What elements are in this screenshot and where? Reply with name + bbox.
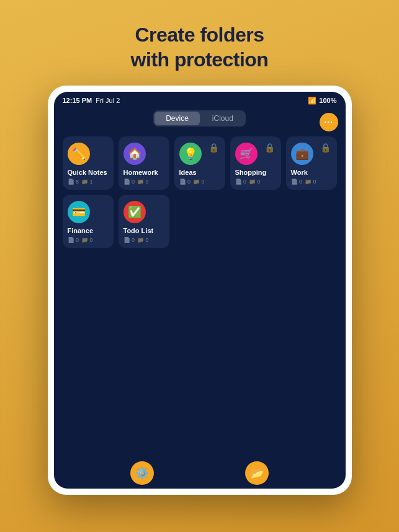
folder-icon: 📂 xyxy=(250,466,264,480)
folder-icon: 🏠 xyxy=(123,143,146,165)
note-stat: 📄 0 xyxy=(291,179,303,185)
folder-card-quick-notes[interactable]: ✏️Quick Notes📄 8📁 1 xyxy=(63,136,114,190)
segment-icloud[interactable]: iCloud xyxy=(201,112,244,125)
settings-icon: ⚙️ xyxy=(135,466,149,480)
segment-control: Device iCloud xyxy=(54,110,346,126)
folder-stats: 📄 0📁 0 xyxy=(179,179,205,185)
folder-name: Todo List xyxy=(123,227,164,234)
ipad-screen: 12:15 PM Fri Jul 2 📶 100% Device iCloud … xyxy=(54,92,346,489)
folder-stat: 📁 0 xyxy=(137,237,149,243)
folder-grid: ✏️Quick Notes📄 8📁 1🏠Homework📄 0📁 0💡Ideas… xyxy=(54,130,346,254)
folder-stats: 📄 0📁 0 xyxy=(235,179,261,185)
folder-stats: 📄 0📁 0 xyxy=(123,179,149,185)
folder-card-ideas[interactable]: 💡Ideas📄 0📁 0🔒 xyxy=(174,136,225,190)
bottom-toolbar: ⚙️ 📂 xyxy=(54,461,346,485)
folder-card-todo-list[interactable]: ✅Todo List📄 0📁 0 xyxy=(119,195,169,248)
add-folder-button[interactable]: 📂 xyxy=(245,461,269,485)
folder-name: Shopping xyxy=(235,169,276,176)
folder-icon: ✏️ xyxy=(68,143,90,165)
folder-stats: 📄 0📁 0 xyxy=(68,237,93,243)
folder-icon: 🛒 xyxy=(235,143,258,165)
headline-line1: Create folders xyxy=(135,24,264,46)
note-stat: 📄 8 xyxy=(68,179,79,185)
lock-icon: 🔒 xyxy=(264,143,275,153)
folder-icon: 💼 xyxy=(291,143,313,165)
folder-stat: 📁 0 xyxy=(81,237,93,243)
note-stat: 📄 0 xyxy=(68,237,79,243)
folder-stats: 📄 0📁 0 xyxy=(291,179,316,185)
note-stat: 📄 0 xyxy=(123,179,135,185)
folder-stat: 📁 0 xyxy=(137,179,149,185)
folder-stat: 📁 0 xyxy=(193,179,205,185)
status-date: Fri Jul 2 xyxy=(96,97,120,104)
battery-level: 100% xyxy=(319,97,336,104)
folder-stats: 📄 0📁 0 xyxy=(123,237,149,243)
folder-stat: 📁 0 xyxy=(305,179,316,185)
folder-card-finance[interactable]: 💳Finance📄 0📁 0 xyxy=(63,195,114,248)
more-button[interactable]: ··· xyxy=(320,113,338,131)
lock-icon: 🔒 xyxy=(320,143,331,153)
folder-name: Finance xyxy=(68,227,109,234)
note-stat: 📄 0 xyxy=(235,179,247,185)
folder-name: Work xyxy=(291,169,332,176)
note-stat: 📄 0 xyxy=(123,237,135,243)
status-bar: 12:15 PM Fri Jul 2 📶 100% xyxy=(54,92,346,108)
folder-name: Quick Notes xyxy=(68,169,109,176)
folder-icon: 💡 xyxy=(179,143,202,165)
folder-icon: 💳 xyxy=(68,201,90,223)
folder-stat: 📁 1 xyxy=(81,179,93,185)
headline-line2: with protection xyxy=(131,48,269,71)
lock-icon: 🔒 xyxy=(208,143,219,153)
folder-stat: 📁 0 xyxy=(249,179,261,185)
folder-name: Homework xyxy=(123,169,164,176)
folder-icon: ✅ xyxy=(123,201,146,223)
more-icon: ··· xyxy=(324,118,333,126)
ipad-frame: 12:15 PM Fri Jul 2 📶 100% Device iCloud … xyxy=(48,86,352,495)
settings-button[interactable]: ⚙️ xyxy=(130,461,154,485)
status-time: 12:15 PM xyxy=(63,97,92,104)
folder-card-homework[interactable]: 🏠Homework📄 0📁 0 xyxy=(119,136,169,190)
wifi-icon: 📶 xyxy=(308,97,316,105)
folder-card-shopping[interactable]: 🛒Shopping📄 0📁 0🔒 xyxy=(230,136,281,190)
note-stat: 📄 0 xyxy=(179,179,191,185)
folder-card-work[interactable]: 💼Work📄 0📁 0🔒 xyxy=(286,136,337,190)
headline: Create folders with protection xyxy=(131,22,269,72)
segment-device[interactable]: Device xyxy=(155,112,200,125)
folder-stats: 📄 8📁 1 xyxy=(68,179,93,185)
folder-name: Ideas xyxy=(179,169,220,176)
